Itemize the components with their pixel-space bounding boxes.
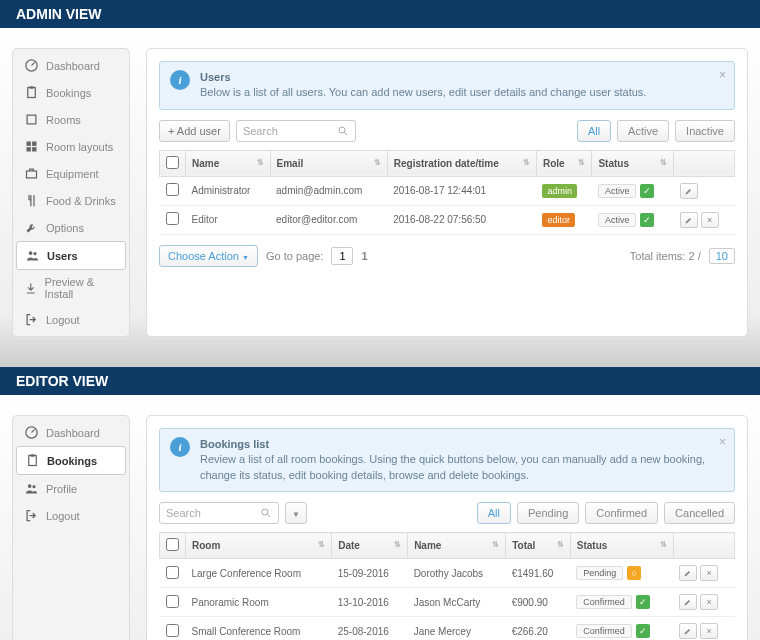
sidebar-item-room-layouts[interactable]: Room layouts: [16, 133, 126, 160]
sort-icon: ⇅: [318, 540, 325, 549]
column-header[interactable]: Total⇅: [506, 533, 571, 559]
edit-button[interactable]: [679, 623, 697, 639]
sidebar-item-label: Room layouts: [46, 141, 113, 153]
delete-button[interactable]: ×: [700, 594, 718, 610]
sidebar-item-bookings[interactable]: Bookings: [16, 79, 126, 106]
cell-name: Editor: [186, 205, 271, 234]
row-checkbox[interactable]: [166, 183, 179, 196]
close-icon[interactable]: ×: [719, 435, 726, 449]
sidebar-item-options[interactable]: Options: [16, 214, 126, 241]
search-icon: [337, 125, 349, 137]
logout-icon: [24, 508, 39, 523]
sort-icon: ⇅: [578, 158, 585, 167]
sidebar-item-dashboard[interactable]: Dashboard: [16, 419, 126, 446]
search-input[interactable]: Search: [159, 502, 279, 524]
sidebar-item-bookings[interactable]: Bookings: [16, 446, 126, 475]
page-count: 1: [361, 250, 367, 262]
filter-all[interactable]: All: [477, 502, 511, 524]
column-header[interactable]: Name⇅: [186, 150, 271, 176]
delete-button[interactable]: ×: [700, 623, 718, 639]
download-icon: [24, 281, 38, 296]
column-header[interactable]: Status⇅: [592, 150, 674, 176]
sidebar-item-label: Rooms: [46, 114, 81, 126]
clipboard-icon: [25, 453, 40, 468]
column-header[interactable]: Role⇅: [536, 150, 591, 176]
cell-registration: 2016-08-22 07:56:50: [387, 205, 536, 234]
per-page-select[interactable]: 10: [709, 248, 735, 264]
row-checkbox[interactable]: [166, 595, 179, 608]
sidebar-item-preview-install[interactable]: Preview & Install: [16, 270, 126, 306]
select-all-checkbox[interactable]: [166, 156, 179, 169]
column-header[interactable]: Name⇅: [408, 533, 506, 559]
cell-date: 13-10-2016: [332, 588, 408, 617]
filter-inactive[interactable]: Inactive: [675, 120, 735, 142]
sidebar-item-label: Profile: [46, 483, 77, 495]
column-header[interactable]: [674, 150, 735, 176]
filter-cancelled[interactable]: Cancelled: [664, 502, 735, 524]
users-icon: [25, 248, 40, 263]
status-icon: ✓: [636, 595, 650, 609]
row-checkbox[interactable]: [166, 566, 179, 579]
edit-button[interactable]: [679, 594, 697, 610]
status-badge: Confirmed: [576, 624, 632, 638]
column-header[interactable]: Registration date/time⇅: [387, 150, 536, 176]
status-icon: ✓: [636, 624, 650, 638]
cell-total: €1491.60: [506, 559, 571, 588]
row-checkbox[interactable]: [166, 212, 179, 225]
row-checkbox[interactable]: [166, 624, 179, 637]
column-header[interactable]: Email⇅: [270, 150, 387, 176]
goto-label: Go to page:: [266, 250, 324, 262]
sidebar-item-food-drinks[interactable]: Food & Drinks: [16, 187, 126, 214]
column-header[interactable]: Status⇅: [570, 533, 673, 559]
add-user-button[interactable]: + Add user: [159, 120, 230, 142]
role-badge: admin: [542, 184, 577, 198]
editor-view: DashboardBookingsProfileLogout i Booking…: [0, 395, 760, 640]
info-text: UsersBelow is a list of all users. You c…: [200, 70, 646, 101]
column-header[interactable]: [673, 533, 734, 559]
total-label: Total items: 2 /: [630, 250, 701, 262]
filter-all[interactable]: All: [577, 120, 611, 142]
close-icon[interactable]: ×: [719, 68, 726, 82]
choose-action-dropdown[interactable]: Choose Action ▼: [159, 245, 258, 267]
search-input[interactable]: Search: [236, 120, 356, 142]
check-icon: ✓: [640, 184, 654, 198]
select-all-checkbox[interactable]: [166, 538, 179, 551]
status-badge: Pending: [576, 566, 623, 580]
users-table: Name⇅Email⇅Registration date/time⇅Role⇅S…: [159, 150, 735, 235]
sidebar-item-profile[interactable]: Profile: [16, 475, 126, 502]
sidebar-item-label: Preview & Install: [45, 276, 118, 300]
cell-name: Jane Mercey: [408, 617, 506, 640]
page-input[interactable]: [331, 247, 353, 265]
sidebar-item-label: Bookings: [46, 87, 91, 99]
sidebar-item-label: Logout: [46, 314, 80, 326]
edit-button[interactable]: [680, 212, 698, 228]
status-badge: Confirmed: [576, 595, 632, 609]
briefcase-icon: [24, 166, 39, 181]
sidebar-item-users[interactable]: Users: [16, 241, 126, 270]
sort-icon: ⇅: [660, 158, 667, 167]
sort-icon: ⇅: [394, 540, 401, 549]
filter-confirmed[interactable]: Confirmed: [585, 502, 658, 524]
edit-button[interactable]: [680, 183, 698, 199]
sidebar-item-logout[interactable]: Logout: [16, 306, 126, 333]
sidebar-item-rooms[interactable]: Rooms: [16, 106, 126, 133]
filter-active[interactable]: Active: [617, 120, 669, 142]
column-header[interactable]: Room⇅: [186, 533, 332, 559]
info-icon: i: [170, 70, 190, 90]
delete-button[interactable]: ×: [701, 212, 719, 228]
toolbar: Search ▼ All Pending Confirmed Cancelled: [159, 502, 735, 524]
edit-button[interactable]: [679, 565, 697, 581]
cell-registration: 2016-08-17 12:44:01: [387, 176, 536, 205]
search-filter-dropdown[interactable]: ▼: [285, 502, 307, 524]
filter-pending[interactable]: Pending: [517, 502, 579, 524]
sidebar-item-logout[interactable]: Logout: [16, 502, 126, 529]
status-badge: Active: [598, 184, 637, 198]
sidebar-item-equipment[interactable]: Equipment: [16, 160, 126, 187]
table-footer: Choose Action ▼ Go to page: 1 Total item…: [159, 245, 735, 267]
column-header[interactable]: Date⇅: [332, 533, 408, 559]
cell-total: €900.90: [506, 588, 571, 617]
delete-button[interactable]: ×: [700, 565, 718, 581]
admin-header: ADMIN VIEW: [0, 0, 760, 28]
editor-header: EDITOR VIEW: [0, 367, 760, 395]
sidebar-item-dashboard[interactable]: Dashboard: [16, 52, 126, 79]
